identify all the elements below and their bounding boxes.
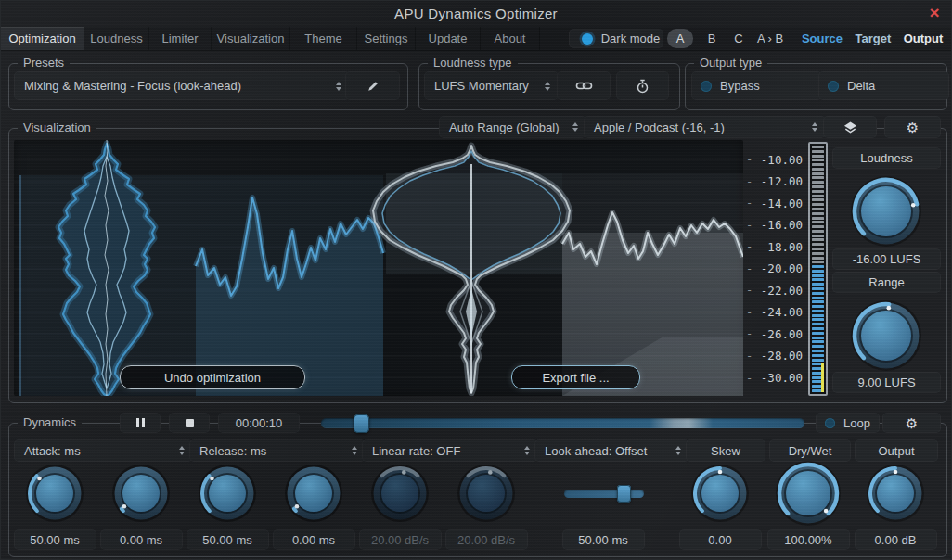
scale-tick: --22.00 bbox=[738, 283, 803, 298]
range-value[interactable]: 9.00 LUFS bbox=[832, 372, 941, 393]
pencil-icon bbox=[366, 79, 380, 94]
loudness-response-button[interactable] bbox=[616, 71, 669, 100]
param-attack-ms-select[interactable]: Attack: ms bbox=[14, 439, 193, 462]
range-knob[interactable] bbox=[849, 299, 923, 376]
output-type-group-label: Output type bbox=[694, 56, 767, 70]
stop-button[interactable] bbox=[169, 413, 210, 433]
bypass-toggle[interactable]: Bypass bbox=[691, 71, 822, 100]
attack-knob-1-value[interactable]: 50.00 ms bbox=[14, 529, 96, 550]
scale-tick: --26.00 bbox=[738, 326, 803, 341]
snapshot-b-button[interactable]: B bbox=[699, 29, 725, 48]
release-knob-1-value[interactable]: 50.00 ms bbox=[187, 529, 269, 550]
bypass-label: Bypass bbox=[720, 79, 760, 93]
tab-about[interactable]: About bbox=[481, 27, 540, 50]
param-linear-rate-off-select[interactable]: Linear rate: OFF bbox=[362, 439, 538, 462]
param-release-ms-select[interactable]: Release: ms bbox=[189, 439, 366, 462]
param-look-ahead-offset-select[interactable]: Look-ahead: Offset bbox=[534, 439, 689, 462]
preset-edit-button[interactable] bbox=[345, 71, 400, 100]
dry-wet-knob[interactable] bbox=[774, 459, 843, 531]
delta-led-icon bbox=[828, 81, 839, 92]
scale-tick: --24.00 bbox=[738, 305, 803, 320]
auto-range-value: Auto Range (Global) bbox=[449, 121, 560, 134]
output-knob-value[interactable]: 0.00 dB bbox=[855, 529, 937, 550]
tab-loudness[interactable]: Loudness bbox=[84, 27, 149, 50]
loudness-type-select[interactable]: LUFS Momentary bbox=[424, 71, 559, 100]
loudness-target-label: Loudness bbox=[832, 147, 941, 169]
tab-visualization[interactable]: Visualization bbox=[212, 27, 290, 50]
pause-icon bbox=[136, 418, 139, 427]
release-knob-2[interactable] bbox=[283, 463, 344, 528]
chevron-updown-icon bbox=[545, 82, 550, 91]
view-source-button[interactable]: Source bbox=[797, 29, 847, 48]
loop-toggle[interactable]: Loop bbox=[816, 413, 880, 433]
chain-link-icon bbox=[575, 80, 593, 92]
look-ahead-slider-handle[interactable] bbox=[617, 485, 631, 503]
loop-label: Loop bbox=[843, 416, 870, 430]
tab-settings[interactable]: Settings bbox=[357, 27, 416, 50]
view-output-button[interactable]: Output bbox=[897, 29, 949, 48]
scale-tick: --30.00 bbox=[738, 371, 803, 386]
preset-select[interactable]: Mixing & Mastering - Focus (look-ahead) bbox=[14, 71, 350, 100]
look-ahead-slider-value[interactable]: 50.00 ms bbox=[562, 529, 645, 550]
visualization-settings-button[interactable]: ⚙ bbox=[884, 116, 941, 138]
dark-mode-toggle[interactable]: Dark mode bbox=[569, 29, 663, 48]
chevron-updown-icon bbox=[336, 82, 341, 91]
loudness-link-button[interactable] bbox=[557, 71, 611, 100]
param-skew-label: Skew bbox=[686, 439, 765, 462]
view-target-button[interactable]: Target bbox=[849, 29, 897, 48]
snapshot-c-button[interactable]: C bbox=[726, 29, 752, 48]
skew-knob-value[interactable]: 0.00 bbox=[679, 529, 762, 550]
range-label: Range bbox=[832, 272, 941, 293]
time-display[interactable]: 00:00:10 bbox=[218, 413, 300, 433]
tab-update[interactable]: Update bbox=[416, 27, 481, 50]
export-file-button[interactable]: Export file ... bbox=[511, 365, 640, 389]
auto-range-select[interactable]: Auto Range (Global) bbox=[439, 116, 586, 138]
chevron-updown-icon bbox=[572, 122, 578, 132]
linear-rate-knob-1-value[interactable]: 20.00 dB/s bbox=[359, 529, 442, 550]
gear-icon: ⚙ bbox=[906, 416, 918, 430]
snapshot-a-button[interactable]: A bbox=[667, 29, 693, 48]
linear-rate-knob-2[interactable] bbox=[456, 463, 517, 528]
loudness-target-knob[interactable] bbox=[849, 174, 923, 252]
dynamics-settings-button[interactable]: ⚙ bbox=[882, 413, 941, 433]
tab-optimization[interactable]: Optimization bbox=[1, 27, 84, 50]
tab-theme[interactable]: Theme bbox=[290, 27, 357, 50]
layers-button[interactable] bbox=[823, 116, 877, 138]
undo-optimization-button[interactable]: Undo optimization bbox=[120, 365, 305, 389]
pause-button[interactable] bbox=[120, 413, 161, 433]
param-output-label: Output bbox=[855, 439, 938, 462]
visualization-canvas[interactable] bbox=[14, 140, 743, 396]
release-knob-2-value[interactable]: 0.00 ms bbox=[273, 529, 355, 550]
plugin-window: APU Dynamics Optimizer × OptimizationLou… bbox=[0, 0, 952, 560]
scale-tick: --16.00 bbox=[738, 218, 803, 233]
tab-bar: OptimizationLoudnessLimiterVisualization… bbox=[1, 27, 951, 51]
skew-knob[interactable] bbox=[689, 463, 751, 528]
scale-tick: --28.00 bbox=[738, 349, 803, 363]
look-ahead-slider[interactable] bbox=[564, 490, 644, 498]
attack-knob-1[interactable] bbox=[24, 463, 85, 528]
title-bar: APU Dynamics Optimizer × bbox=[1, 1, 951, 27]
meter-peak-indicator bbox=[821, 363, 824, 392]
dry-wet-knob-value[interactable]: 100.00% bbox=[767, 529, 850, 550]
ab-compare-button[interactable]: A › B bbox=[749, 29, 791, 48]
delta-toggle[interactable]: Delta bbox=[818, 71, 949, 100]
loudness-scale: --10.00--12.00--14.00--16.00--18.00--20.… bbox=[738, 140, 803, 396]
transport-slider-handle[interactable] bbox=[354, 414, 369, 433]
loudness-target-value[interactable]: -16.00 LUFS bbox=[832, 248, 941, 270]
linear-rate-knob-1[interactable] bbox=[369, 463, 431, 528]
close-icon[interactable]: × bbox=[925, 3, 944, 23]
release-knob-1[interactable] bbox=[197, 463, 258, 528]
linear-rate-knob-2-value[interactable]: 20.00 dB/s bbox=[445, 529, 528, 550]
meter-segments bbox=[812, 146, 824, 392]
transport-position-slider[interactable] bbox=[321, 418, 804, 428]
chevron-updown-icon bbox=[179, 446, 185, 455]
preset-select-value: Mixing & Mastering - Focus (look-ahead) bbox=[24, 79, 241, 93]
attack-knob-2[interactable] bbox=[110, 463, 172, 528]
tab-limiter[interactable]: Limiter bbox=[149, 27, 212, 50]
loudness-meter bbox=[808, 142, 828, 396]
output-knob[interactable] bbox=[865, 463, 926, 528]
attack-knob-2-value[interactable]: 0.00 ms bbox=[100, 529, 183, 550]
target-preset-select[interactable]: Apple / Podcast (-16, -1) bbox=[584, 116, 826, 138]
scale-tick: --18.00 bbox=[738, 239, 803, 254]
scale-tick: --14.00 bbox=[738, 196, 803, 210]
